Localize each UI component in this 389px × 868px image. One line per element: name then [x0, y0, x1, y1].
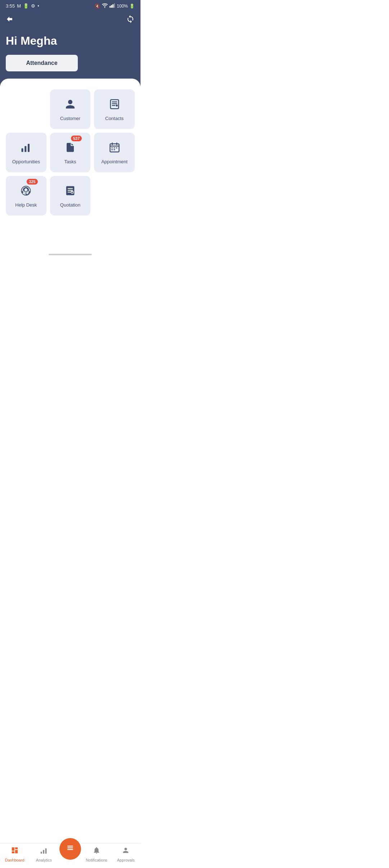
status-time: 3:55 — [6, 3, 15, 9]
grid-item-appointment[interactable]: Appointment — [94, 133, 135, 172]
svg-rect-2 — [111, 5, 112, 8]
grid-item-tasks[interactable]: 537 Tasks — [50, 133, 91, 172]
quotation-icon — [65, 185, 76, 199]
attendance-button[interactable]: Attendance — [6, 55, 78, 71]
status-right: 🔇 100% 🔋 — [95, 3, 135, 9]
svg-rect-17 — [22, 191, 23, 193]
grid-empty-1 — [6, 89, 46, 129]
svg-rect-6 — [116, 105, 117, 106]
grid-empty-2 — [94, 176, 135, 216]
grid-item-contacts[interactable]: Contacts — [94, 89, 135, 129]
logout-button[interactable] — [6, 15, 14, 26]
grid-item-quotation[interactable]: Quotation — [50, 176, 91, 216]
customer-icon — [65, 99, 76, 112]
svg-rect-20 — [66, 186, 75, 195]
app-grid: Customer Contacts Opportunities — [6, 89, 135, 216]
svg-point-0 — [104, 7, 105, 8]
status-left: 3:55 M 🔋 ⚙ • — [6, 3, 39, 9]
grid-item-customer[interactable]: Customer — [50, 89, 91, 129]
opportunities-label: Opportunities — [12, 159, 40, 164]
svg-rect-12 — [113, 147, 115, 149]
appointment-label: Appointment — [101, 159, 128, 164]
battery-percentage: 100% — [117, 4, 128, 9]
contacts-icon — [109, 99, 120, 112]
svg-rect-4 — [114, 3, 115, 8]
header: Hi Megha Attendance — [0, 12, 140, 86]
helpdesk-icon — [21, 185, 31, 199]
signal-icon — [109, 3, 115, 9]
header-top — [6, 15, 135, 26]
quotation-label: Quotation — [60, 202, 80, 208]
status-bar: 3:55 M 🔋 ⚙ • 🔇 100% 🔋 — [0, 0, 140, 12]
tasks-icon — [65, 142, 76, 155]
svg-rect-14 — [111, 149, 113, 150]
home-indicator — [49, 254, 92, 255]
dot-icon: • — [37, 3, 39, 9]
svg-rect-18 — [29, 191, 30, 193]
battery-saver-icon: 🔋 — [23, 3, 29, 9]
opportunities-icon — [21, 142, 31, 155]
appointment-icon — [109, 142, 120, 155]
svg-rect-7 — [22, 149, 23, 152]
grid-item-opportunities[interactable]: Opportunities — [6, 133, 46, 172]
tasks-badge: 537 — [71, 136, 82, 141]
mute-icon: 🔇 — [95, 4, 100, 9]
svg-rect-9 — [28, 144, 30, 152]
wifi-icon — [102, 3, 108, 9]
settings-icon: ⚙ — [31, 3, 35, 9]
svg-rect-15 — [113, 149, 115, 150]
svg-rect-13 — [116, 147, 117, 149]
svg-rect-3 — [112, 4, 113, 8]
customer-label: Customer — [60, 116, 80, 121]
helpdesk-label: Help Desk — [15, 202, 37, 208]
greeting: Hi Megha — [6, 34, 135, 48]
svg-rect-11 — [111, 147, 113, 149]
tasks-label: Tasks — [64, 159, 76, 164]
refresh-button[interactable] — [126, 15, 135, 26]
svg-rect-1 — [109, 6, 111, 8]
grid-item-helpdesk[interactable]: 325 Help Desk — [6, 176, 46, 216]
main-content: Customer Contacts Opportunities — [0, 79, 140, 252]
battery-icon: 🔋 — [129, 4, 135, 9]
svg-rect-8 — [25, 146, 27, 152]
helpdesk-badge: 325 — [27, 179, 37, 185]
contacts-label: Contacts — [105, 116, 124, 121]
gmail-icon: M — [17, 3, 21, 9]
svg-point-19 — [26, 194, 27, 195]
